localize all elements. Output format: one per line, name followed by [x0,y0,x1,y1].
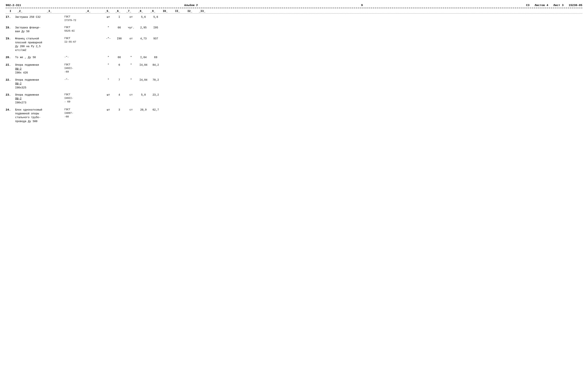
col-h-12: I2_ [184,10,196,13]
col-h-13: _I3_ [196,10,208,13]
row-unit: " [103,78,114,82]
table-row: I7. Заглушка 250 С32 ГОСТI7379-72 шт I о… [6,15,582,22]
row-qty: 7 [114,78,125,82]
col-h-9: _9_ [147,10,159,13]
table-row: 20. То же , Ду 50 -"- " 66 " I,04 69 [6,55,582,60]
row-total: 62,7 [149,108,162,112]
row-num: I7. [6,15,15,19]
row-name: Заглушка фланце-вая Ду 50 [15,26,64,34]
table-row: 24. Блок однокатковый подвижной опоры ст… [6,108,582,123]
row-mat: " [125,63,137,67]
row-total: 70,2 [149,78,162,82]
row-unit: шт [103,93,114,97]
header-album: Альбом У [184,4,198,7]
col-h-3: _3_ [25,10,74,13]
row-total: 23,2 [149,93,162,97]
row-mat: " [125,55,137,59]
row-qty: 3 [114,108,125,112]
header-listov: Листов 4 [535,4,548,7]
header-meta: С3 Листов 4 Лист 3 15230-05 [526,4,582,7]
col-h-1: I [6,10,15,13]
row-total: 69 [149,55,162,59]
row-name: Блок однокатковый подвижной опоры стальн… [15,108,64,123]
table-row: I9. Фланец стальнойплоский приварнойДу 2… [6,37,582,52]
table-row: 2I. Опора подвижная ОШ-2 I00х 426 ГОСТI4… [6,63,582,75]
header-list: Лист 3 [553,4,564,7]
row-gost: ГОСТI7379-72 [64,15,93,22]
row-num: I8. [6,26,15,30]
row-total: 5,6 [149,15,162,19]
row-name: Опора подвижная ОШ-2 I00х273 [15,93,64,105]
col-h-2: _2_ [15,10,25,13]
row-total: 937 [149,37,162,41]
top-dashed-line [6,8,582,8]
table-row: 22. Опора подвижная ОШ-2 I00х325 -"- " 7… [6,78,582,89]
row-num: 23. [6,93,15,97]
row-name-underline: ОШ-2 [15,82,21,85]
header-row: 902-2-311 Альбом У 9 С3 Листов 4 Лист 3 … [6,4,582,7]
row-name-underline: ОШ-2 [15,97,21,100]
row-mass: I4,84 [137,78,149,82]
row-num: 20. [6,55,15,60]
row-mat: чуг. [125,26,137,30]
row-gost: ГОСТI4097--68 [64,108,93,119]
row-mat: от [125,15,137,19]
row-qty: 66 [114,26,125,30]
row-mat: ст [125,93,137,97]
row-mass: 5,8 [137,93,149,97]
header-pagenum: 9 [361,4,363,7]
row-unit: шт [103,108,114,112]
col-h-5: _5_ [102,10,113,13]
row-mat: ст [125,108,137,112]
row-num: I9. [6,37,15,41]
row-qty: I [114,15,125,19]
row-unit: " [103,55,114,59]
row-gost: -"- [64,55,93,59]
row-name: Опора подвижная ОШ-2 I00х325 [15,78,64,89]
header-code: 902-2-311 [6,4,21,7]
row-unit: шт [103,15,114,19]
row-gost: -"- [64,78,93,82]
col-h-11: II_ [171,10,184,13]
row-mass: 2,95 [137,26,149,30]
header-gost: 15230-05 [569,4,582,7]
col-h-7: _7_ [123,10,134,13]
col-h-4: _4_ [74,10,102,13]
row-total: 84,2 [149,63,162,67]
row-unit: " [103,26,114,30]
row-mass: 20,9 [137,108,149,112]
col-h-10: IO_ [159,10,171,13]
row-qty: 66 [114,55,125,59]
row-qty: 6 [114,63,125,67]
row-mass: I,04 [137,55,149,59]
row-name: То же , Ду 50 [15,55,64,59]
row-gost: ГОСТI2-55-67 [64,37,93,44]
table-row: 23. Опора подвижная ОШ-2 I00х273 ГОСТI49… [6,93,582,105]
row-unit: -"- [103,37,114,41]
row-num: 22. [6,78,15,82]
row-total: I95 [149,26,162,30]
row-name: Опора подвижная ОШ-2 I00х 426 [15,63,64,75]
col-h-8: _8_ [134,10,147,13]
row-num: 24. [6,108,15,112]
row-gost: ГОСТI49II--69 [64,63,93,74]
row-qty: 4 [114,93,125,97]
row-mat: " [125,78,137,82]
table-row: I8. Заглушка фланце-вая Ду 50 ГОСТ5525-6… [6,26,582,34]
row-gost: ГОСТ5525-6I [64,26,93,33]
row-name: Фланец стальнойплоский приварнойДу 200 н… [15,37,64,52]
column-header-row: I _2_ _3_ _4_ _5_ _6_ _7_ _8_ _9_ IO_ II… [6,9,582,14]
col-h-6: _6_ [113,10,123,13]
row-qty: I98 [114,37,125,41]
row-gost: ГОСТI49II-- 69 [64,93,93,104]
row-name-underline: ОШ-2 [15,67,21,70]
row-mass: 4,73 [137,37,149,41]
row-mass: I4,04 [137,63,149,67]
row-mass: 5,6 [137,15,149,19]
header-c3: С3 [526,4,529,7]
row-unit: " [103,63,114,67]
row-mat: от [125,37,137,41]
row-name: Заглушка 250 С32 [15,15,64,19]
row-num: 2I. [6,63,15,67]
